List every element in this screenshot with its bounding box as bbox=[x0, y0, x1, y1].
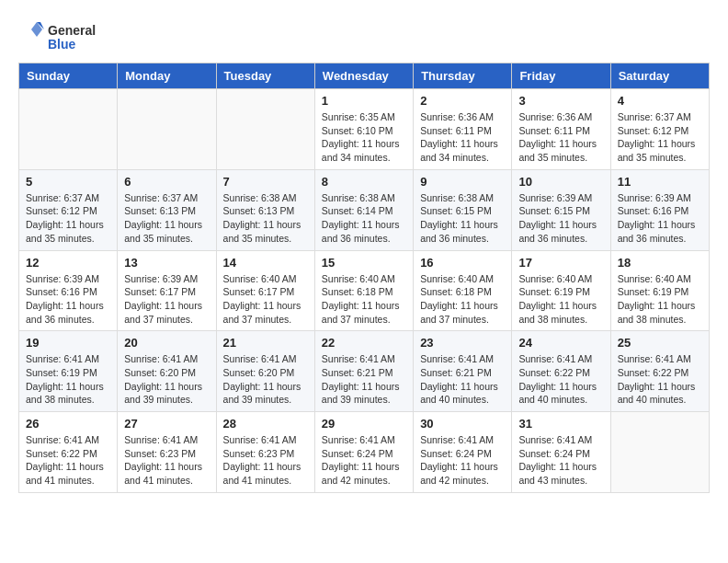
day-info: Sunrise: 6:40 AMSunset: 6:19 PMDaylight:… bbox=[518, 272, 603, 327]
logo-svg: General Blue bbox=[18, 18, 119, 53]
calendar-week-5: 26Sunrise: 6:41 AMSunset: 6:22 PMDayligh… bbox=[19, 412, 710, 493]
header-wednesday: Wednesday bbox=[314, 63, 413, 89]
calendar-cell: 14Sunrise: 6:40 AMSunset: 6:17 PMDayligh… bbox=[216, 250, 314, 331]
day-info: Sunrise: 6:41 AMSunset: 6:22 PMDaylight:… bbox=[518, 352, 603, 407]
day-number: 10 bbox=[518, 175, 603, 189]
calendar-header-row: SundayMondayTuesdayWednesdayThursdayFrid… bbox=[19, 63, 710, 89]
day-info: Sunrise: 6:40 AMSunset: 6:18 PMDaylight:… bbox=[322, 272, 406, 327]
day-number: 20 bbox=[124, 336, 209, 350]
day-info: Sunrise: 6:40 AMSunset: 6:18 PMDaylight:… bbox=[420, 272, 505, 327]
calendar-week-2: 5Sunrise: 6:37 AMSunset: 6:12 PMDaylight… bbox=[19, 169, 710, 250]
calendar-cell: 20Sunrise: 6:41 AMSunset: 6:20 PMDayligh… bbox=[118, 331, 216, 412]
day-number: 19 bbox=[26, 336, 110, 350]
day-info: Sunrise: 6:37 AMSunset: 6:13 PMDaylight:… bbox=[124, 191, 209, 246]
calendar-cell: 7Sunrise: 6:38 AMSunset: 6:13 PMDaylight… bbox=[216, 169, 314, 250]
calendar-cell: 3Sunrise: 6:36 AMSunset: 6:11 PMDaylight… bbox=[512, 89, 610, 170]
calendar-cell: 24Sunrise: 6:41 AMSunset: 6:22 PMDayligh… bbox=[512, 331, 610, 412]
calendar-cell: 8Sunrise: 6:38 AMSunset: 6:14 PMDaylight… bbox=[314, 169, 413, 250]
day-info: Sunrise: 6:39 AMSunset: 6:16 PMDaylight:… bbox=[26, 272, 110, 327]
calendar-cell: 19Sunrise: 6:41 AMSunset: 6:19 PMDayligh… bbox=[19, 331, 118, 412]
day-info: Sunrise: 6:41 AMSunset: 6:23 PMDaylight:… bbox=[223, 433, 308, 488]
calendar-cell: 18Sunrise: 6:40 AMSunset: 6:19 PMDayligh… bbox=[610, 250, 709, 331]
calendar-week-4: 19Sunrise: 6:41 AMSunset: 6:19 PMDayligh… bbox=[19, 331, 710, 412]
calendar-week-3: 12Sunrise: 6:39 AMSunset: 6:16 PMDayligh… bbox=[19, 250, 710, 331]
calendar-cell: 1Sunrise: 6:35 AMSunset: 6:10 PMDaylight… bbox=[314, 89, 413, 170]
day-number: 3 bbox=[518, 94, 603, 108]
day-number: 14 bbox=[223, 256, 308, 270]
day-number: 28 bbox=[223, 417, 308, 431]
calendar-cell: 10Sunrise: 6:39 AMSunset: 6:15 PMDayligh… bbox=[512, 169, 610, 250]
calendar-cell: 4Sunrise: 6:37 AMSunset: 6:12 PMDaylight… bbox=[610, 89, 709, 170]
day-number: 17 bbox=[518, 256, 603, 270]
day-number: 22 bbox=[322, 336, 406, 350]
day-number: 8 bbox=[322, 175, 406, 189]
calendar-cell: 5Sunrise: 6:37 AMSunset: 6:12 PMDaylight… bbox=[19, 169, 118, 250]
day-number: 1 bbox=[322, 94, 406, 108]
header-thursday: Thursday bbox=[414, 63, 512, 89]
calendar-cell: 6Sunrise: 6:37 AMSunset: 6:13 PMDaylight… bbox=[118, 169, 216, 250]
calendar-cell bbox=[118, 89, 216, 170]
day-info: Sunrise: 6:41 AMSunset: 6:20 PMDaylight:… bbox=[223, 352, 308, 407]
day-info: Sunrise: 6:41 AMSunset: 6:20 PMDaylight:… bbox=[124, 352, 209, 407]
day-info: Sunrise: 6:41 AMSunset: 6:21 PMDaylight:… bbox=[322, 352, 406, 407]
day-number: 12 bbox=[26, 256, 110, 270]
day-number: 23 bbox=[420, 336, 505, 350]
day-info: Sunrise: 6:41 AMSunset: 6:21 PMDaylight:… bbox=[420, 352, 505, 407]
day-number: 16 bbox=[420, 256, 505, 270]
calendar-cell: 17Sunrise: 6:40 AMSunset: 6:19 PMDayligh… bbox=[512, 250, 610, 331]
day-info: Sunrise: 6:41 AMSunset: 6:24 PMDaylight:… bbox=[322, 433, 406, 488]
header-saturday: Saturday bbox=[610, 63, 709, 89]
calendar-cell bbox=[216, 89, 314, 170]
day-info: Sunrise: 6:39 AMSunset: 6:17 PMDaylight:… bbox=[124, 272, 209, 327]
calendar-cell: 23Sunrise: 6:41 AMSunset: 6:21 PMDayligh… bbox=[414, 331, 512, 412]
day-number: 2 bbox=[420, 94, 505, 108]
header-sunday: Sunday bbox=[19, 63, 118, 89]
page-header: General Blue bbox=[18, 18, 710, 53]
day-info: Sunrise: 6:41 AMSunset: 6:22 PMDaylight:… bbox=[26, 433, 110, 488]
day-info: Sunrise: 6:40 AMSunset: 6:17 PMDaylight:… bbox=[223, 272, 308, 327]
day-number: 25 bbox=[618, 336, 702, 350]
day-info: Sunrise: 6:38 AMSunset: 6:15 PMDaylight:… bbox=[420, 191, 505, 246]
calendar-cell bbox=[19, 89, 118, 170]
svg-text:General: General bbox=[48, 23, 96, 38]
calendar-cell: 12Sunrise: 6:39 AMSunset: 6:16 PMDayligh… bbox=[19, 250, 118, 331]
calendar-cell: 11Sunrise: 6:39 AMSunset: 6:16 PMDayligh… bbox=[610, 169, 709, 250]
calendar-cell: 13Sunrise: 6:39 AMSunset: 6:17 PMDayligh… bbox=[118, 250, 216, 331]
day-number: 5 bbox=[26, 175, 110, 189]
calendar-week-1: 1Sunrise: 6:35 AMSunset: 6:10 PMDaylight… bbox=[19, 89, 710, 170]
calendar-cell: 28Sunrise: 6:41 AMSunset: 6:23 PMDayligh… bbox=[216, 412, 314, 493]
day-info: Sunrise: 6:38 AMSunset: 6:14 PMDaylight:… bbox=[322, 191, 406, 246]
day-number: 18 bbox=[618, 256, 702, 270]
day-info: Sunrise: 6:41 AMSunset: 6:19 PMDaylight:… bbox=[26, 352, 110, 407]
logo: General Blue bbox=[18, 18, 119, 53]
day-number: 15 bbox=[322, 256, 406, 270]
calendar-cell: 16Sunrise: 6:40 AMSunset: 6:18 PMDayligh… bbox=[414, 250, 512, 331]
svg-text:Blue: Blue bbox=[48, 37, 76, 52]
day-info: Sunrise: 6:36 AMSunset: 6:11 PMDaylight:… bbox=[518, 110, 603, 165]
calendar-cell: 31Sunrise: 6:41 AMSunset: 6:24 PMDayligh… bbox=[512, 412, 610, 493]
calendar-cell: 30Sunrise: 6:41 AMSunset: 6:24 PMDayligh… bbox=[414, 412, 512, 493]
calendar-cell bbox=[610, 412, 709, 493]
calendar-cell: 21Sunrise: 6:41 AMSunset: 6:20 PMDayligh… bbox=[216, 331, 314, 412]
day-info: Sunrise: 6:35 AMSunset: 6:10 PMDaylight:… bbox=[322, 110, 406, 165]
calendar-table: SundayMondayTuesdayWednesdayThursdayFrid… bbox=[18, 63, 710, 493]
day-number: 11 bbox=[618, 175, 702, 189]
calendar-cell: 27Sunrise: 6:41 AMSunset: 6:23 PMDayligh… bbox=[118, 412, 216, 493]
day-number: 24 bbox=[518, 336, 603, 350]
calendar-cell: 26Sunrise: 6:41 AMSunset: 6:22 PMDayligh… bbox=[19, 412, 118, 493]
header-tuesday: Tuesday bbox=[216, 63, 314, 89]
header-monday: Monday bbox=[118, 63, 216, 89]
day-number: 13 bbox=[124, 256, 209, 270]
day-info: Sunrise: 6:40 AMSunset: 6:19 PMDaylight:… bbox=[618, 272, 702, 327]
header-friday: Friday bbox=[512, 63, 610, 89]
day-info: Sunrise: 6:39 AMSunset: 6:16 PMDaylight:… bbox=[618, 191, 702, 246]
day-info: Sunrise: 6:37 AMSunset: 6:12 PMDaylight:… bbox=[26, 191, 110, 246]
calendar-cell: 29Sunrise: 6:41 AMSunset: 6:24 PMDayligh… bbox=[314, 412, 413, 493]
day-number: 29 bbox=[322, 417, 406, 431]
day-info: Sunrise: 6:38 AMSunset: 6:13 PMDaylight:… bbox=[223, 191, 308, 246]
calendar-cell: 2Sunrise: 6:36 AMSunset: 6:11 PMDaylight… bbox=[414, 89, 512, 170]
day-info: Sunrise: 6:39 AMSunset: 6:15 PMDaylight:… bbox=[518, 191, 603, 246]
day-number: 30 bbox=[420, 417, 505, 431]
day-number: 4 bbox=[618, 94, 702, 108]
day-info: Sunrise: 6:41 AMSunset: 6:24 PMDaylight:… bbox=[518, 433, 603, 488]
